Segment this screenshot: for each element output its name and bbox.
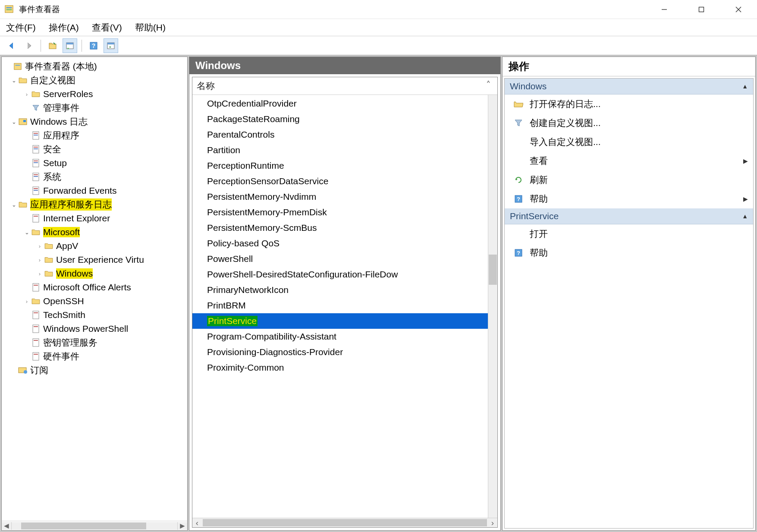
tree-appv[interactable]: ›AppV [2, 239, 187, 253]
list-item[interactable]: PrintService [192, 313, 488, 329]
collapse-icon[interactable]: ▲ [742, 213, 748, 220]
list-vscrollbar[interactable] [488, 95, 497, 518]
list-item[interactable]: PersistentMemory-ScmBus [192, 220, 488, 236]
filter-icon [513, 118, 524, 128]
menu-action[interactable]: 操作(A) [49, 22, 79, 34]
list-item[interactable]: Policy-based QoS [192, 236, 488, 251]
scroll-left-icon[interactable]: ‹ [192, 518, 202, 527]
list-hscrollbar[interactable]: ‹ › [192, 518, 497, 527]
collapse-icon[interactable]: ⌄ [22, 229, 31, 236]
nav-forward-button[interactable] [22, 38, 36, 53]
tree-server-roles[interactable]: › ServerRoles [2, 87, 187, 101]
toolbar-list-button[interactable] [63, 38, 77, 53]
close-button[interactable] [729, 3, 748, 16]
list-item[interactable]: PowerShell [192, 251, 488, 267]
list-item[interactable]: PrintBRM [192, 298, 488, 313]
tree-techsmith[interactable]: TechSmith [2, 308, 187, 322]
list-item[interactable]: PerceptionRuntime [192, 158, 488, 173]
expand-icon[interactable]: › [22, 91, 31, 98]
list-item[interactable]: PowerShell-DesiredStateConfiguration-Fil… [192, 267, 488, 282]
list-item[interactable]: Partition [192, 142, 488, 158]
hscroll-thumb[interactable] [203, 519, 487, 526]
expand-icon[interactable]: › [35, 271, 44, 277]
tree-win-ps[interactable]: Windows PowerShell [2, 322, 187, 336]
refresh-icon [513, 175, 524, 185]
tree-fwd-events[interactable]: Forwarded Events [2, 184, 187, 198]
collapse-icon[interactable]: ▲ [742, 83, 748, 90]
tree-windows-logs[interactable]: ⌄ Windows 日志 [2, 115, 187, 129]
expand-icon[interactable]: › [35, 257, 44, 263]
toolbar: ? [0, 36, 757, 55]
tree-apps-services[interactable]: ⌄ 应用程序和服务日志 [2, 198, 187, 211]
list-item[interactable]: PerceptionSensorDataService [192, 173, 488, 189]
action-view[interactable]: 查看 ▶ [505, 151, 753, 170]
minimize-button[interactable] [654, 3, 674, 16]
expand-icon[interactable]: › [35, 243, 44, 249]
toolbar-folder-button[interactable] [45, 38, 60, 53]
collapse-icon[interactable]: ⌄ [9, 119, 18, 125]
scroll-right-icon[interactable]: › [488, 518, 497, 527]
scroll-left-icon[interactable]: ◄ [2, 522, 11, 530]
collapse-icon[interactable]: ⌄ [9, 201, 18, 208]
list-item[interactable]: Proximity-Common [192, 360, 488, 375]
maximize-button[interactable] [691, 3, 711, 16]
tree-label: Windows [56, 268, 93, 279]
action-create-custom-view[interactable]: 创建自定义视图... [505, 113, 753, 132]
tree-custom-views[interactable]: ⌄ 自定义视图 [2, 73, 187, 87]
vscroll-thumb[interactable] [489, 255, 497, 285]
svg-rect-4 [699, 7, 704, 12]
menu-help[interactable]: 帮助(H) [135, 22, 166, 34]
tree-hscrollbar[interactable]: ◄ ► [2, 521, 187, 530]
col-name[interactable]: 名称 [197, 80, 484, 92]
actions-section-printservice[interactable]: PrintService ▲ [505, 208, 753, 224]
tree-admin-events[interactable]: 管理事件 [2, 101, 187, 115]
action-open-saved-log[interactable]: 打开保存的日志... [505, 94, 753, 113]
tree-setup-log[interactable]: Setup [2, 156, 187, 170]
svg-rect-16 [16, 65, 20, 66]
tree-ie[interactable]: Internet Explorer [2, 211, 187, 225]
tree-system-log[interactable]: 系统 [2, 170, 187, 184]
expand-icon[interactable]: › [22, 298, 31, 305]
tree-root[interactable]: 事件查看器 (本地) [2, 60, 187, 73]
svg-rect-15 [14, 63, 21, 70]
list-item[interactable]: PackageStateRoaming [192, 111, 488, 127]
toolbar-help-button[interactable]: ? [86, 38, 101, 53]
scroll-up-icon[interactable]: ˄ [484, 80, 493, 92]
list-item[interactable]: OtpCredentialProvider [192, 96, 488, 111]
action-help[interactable]: ? 帮助 ▶ [505, 189, 753, 208]
nav-back-button[interactable] [4, 38, 19, 53]
collapse-icon[interactable]: ⌄ [9, 77, 18, 84]
tree-windows-sub[interactable]: ›Windows [2, 267, 187, 280]
svg-text:?: ? [92, 42, 96, 49]
action-import-custom-view[interactable]: 导入自定义视图... [505, 132, 753, 151]
list-item[interactable]: ParentalControls [192, 127, 488, 142]
column-header[interactable]: 名称 ˄ [192, 77, 497, 95]
tree-body[interactable]: 事件查看器 (本地) ⌄ 自定义视图 › ServerRoles 管理事件 ⌄ … [2, 57, 187, 521]
tree-office-alerts[interactable]: Microsoft Office Alerts [2, 280, 187, 294]
action-open[interactable]: 打开 [505, 224, 753, 243]
actions-section-windows[interactable]: Windows ▲ [505, 79, 753, 94]
svg-rect-2 [6, 9, 12, 10]
list-item[interactable]: PersistentMemory-PmemDisk [192, 205, 488, 220]
list-item[interactable]: Provisioning-Diagnostics-Provider [192, 344, 488, 360]
tree-uev[interactable]: ›User Experience Virtu [2, 253, 187, 267]
list-items[interactable]: OtpCredentialProviderPackageStateRoaming… [192, 95, 488, 518]
menu-file[interactable]: 文件(F) [6, 22, 36, 34]
list-item[interactable]: PersistentMemory-Nvdimm [192, 189, 488, 205]
menu-view[interactable]: 查看(V) [92, 22, 122, 34]
tree-app-log[interactable]: 应用程序 [2, 129, 187, 142]
subscriptions-icon [18, 365, 28, 375]
toolbar-preview-button[interactable] [104, 38, 118, 53]
list-item[interactable]: PrimaryNetworkIcon [192, 282, 488, 298]
action-help-2[interactable]: ? 帮助 [505, 243, 753, 262]
tree-openssh[interactable]: ›OpenSSH [2, 294, 187, 308]
tree-key-mgmt[interactable]: 密钥管理服务 [2, 336, 187, 349]
scroll-right-icon[interactable]: ► [178, 522, 187, 530]
list-item[interactable]: Program-Compatibility-Assistant [192, 329, 488, 344]
tree-hw-events[interactable]: 硬件事件 [2, 349, 187, 363]
tree-security-log[interactable]: 安全 [2, 142, 187, 156]
tree-subscriptions[interactable]: 订阅 [2, 363, 187, 377]
scroll-thumb[interactable] [21, 523, 146, 529]
action-refresh[interactable]: 刷新 [505, 170, 753, 189]
tree-microsoft[interactable]: ⌄ Microsoft [2, 225, 187, 239]
